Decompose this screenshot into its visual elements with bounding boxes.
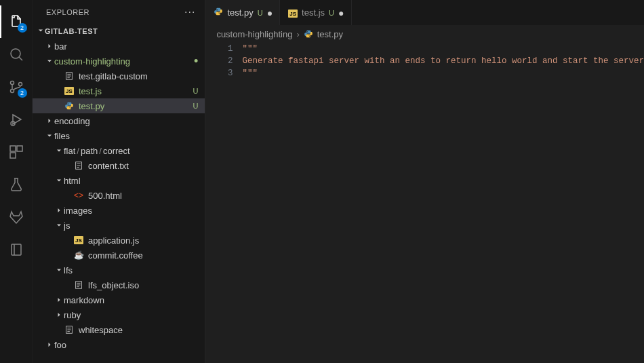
editor-tab[interactable]: test.pyU● [205, 0, 280, 25]
breadcrumb-segment[interactable]: test.py [317, 29, 343, 39]
line-number: 3 [205, 67, 233, 79]
file-icon [64, 324, 75, 335]
tree-folder[interactable]: html [33, 173, 205, 188]
tree-item-label: html [64, 176, 198, 186]
tree-item-label: whitespace [79, 325, 198, 335]
activity-extensions[interactable] [0, 136, 33, 168]
breadcrumb-segment[interactable]: custom-highlighting [216, 29, 292, 39]
chevron-right-icon [45, 117, 54, 125]
chevron-down-icon [54, 147, 64, 155]
tree-folder[interactable]: images [33, 203, 205, 218]
file-icon [73, 160, 84, 171]
tree-item-label: foo [54, 340, 198, 350]
tree-item-label: lfs_object.iso [88, 280, 198, 290]
tree-folder[interactable]: flat/path/correct [33, 143, 205, 158]
breadcrumbs[interactable]: custom-highlighting › test.py [205, 25, 644, 43]
activity-other[interactable] [0, 233, 33, 266]
code-line[interactable]: Generate fastapi server with an ends to … [242, 55, 644, 67]
tree-folder[interactable]: markdown [33, 292, 205, 307]
file-tree: barcustom-highlighting•test.gitlab-custo… [33, 39, 205, 363]
tree-item-label: commit.coffee [88, 250, 198, 261]
activity-explorer[interactable]: 2 [0, 5, 33, 38]
debug-icon [8, 111, 24, 128]
tree-folder[interactable]: custom-highlighting• [33, 54, 205, 69]
tab-label: test.py [227, 7, 253, 18]
activity-bar: 2 2 [0, 0, 33, 363]
python-icon [214, 7, 223, 18]
line-number: 2 [205, 55, 233, 67]
tree-item-label: ruby [64, 310, 198, 320]
activity-search[interactable] [0, 38, 33, 71]
chevron-down-icon [45, 57, 54, 65]
code-line[interactable]: """ [242, 43, 644, 55]
tab-dirty-icon: ● [338, 7, 344, 18]
chevron-right-icon [54, 296, 64, 304]
javascript-icon: JS [64, 85, 75, 96]
activity-testing[interactable] [0, 168, 33, 201]
tree-item-label: custom-highlighting [54, 56, 191, 66]
javascript-icon: JS [288, 7, 298, 18]
editor-tabs: test.pyU●JStest.jsU● [205, 0, 644, 25]
coffee-icon: ☕ [73, 250, 84, 261]
svg-point-3 [10, 90, 14, 93]
tree-file[interactable]: JStest.jsU [33, 83, 205, 98]
git-status-badge: U [193, 87, 198, 95]
tree-folder[interactable]: encoding [33, 113, 205, 128]
tree-item-label: files [54, 131, 198, 141]
sidebar-section-header[interactable]: GITLAB-TEST [33, 24, 205, 39]
javascript-icon: JS [73, 235, 84, 246]
svg-rect-10 [12, 244, 21, 255]
code-area[interactable]: 123 """Generate fastapi server with an e… [205, 43, 644, 363]
tree-file[interactable]: JSapplication.js [33, 233, 205, 248]
code-content[interactable]: """Generate fastapi server with an ends … [242, 43, 644, 363]
activity-gitlab[interactable] [0, 201, 33, 233]
activity-run-debug[interactable] [0, 103, 33, 136]
tree-item-label: encoding [54, 116, 198, 126]
scm-badge: 2 [18, 88, 27, 98]
tree-file[interactable]: test.pyU [33, 98, 205, 113]
tree-file[interactable]: lfs_object.iso [33, 278, 205, 292]
tree-folder[interactable]: bar [33, 39, 205, 54]
svg-rect-9 [10, 153, 16, 158]
activity-source-control[interactable]: 2 [0, 71, 33, 103]
tree-file[interactable]: <>500.html [33, 188, 205, 203]
chevron-right-icon [45, 42, 54, 50]
html-icon: <> [73, 190, 84, 201]
tree-folder[interactable]: lfs [33, 263, 205, 278]
section-label: GITLAB-TEST [45, 27, 98, 35]
tree-item-label: 500.html [88, 191, 198, 201]
tree-folder[interactable]: files [33, 128, 205, 143]
chevron-down-icon [37, 26, 45, 36]
svg-point-2 [10, 81, 14, 85]
tree-file[interactable]: test.gitlab-custom [33, 69, 205, 83]
tree-item-label: bar [54, 41, 198, 52]
tree-folder[interactable]: js [33, 218, 205, 233]
tree-item-label: markdown [64, 295, 198, 305]
book-icon [8, 242, 24, 258]
chevron-right-icon [54, 311, 64, 319]
sidebar-title: EXPLORER [46, 8, 89, 16]
python-icon [64, 100, 75, 111]
chevron-right-icon [54, 206, 64, 214]
chevron-right-icon [45, 341, 54, 349]
sidebar-more-icon[interactable]: ··· [184, 6, 195, 18]
tab-git-status: U [329, 9, 334, 17]
explorer-sidebar: EXPLORER ··· GITLAB-TEST barcustom-highl… [33, 0, 205, 363]
tree-file[interactable]: ☕commit.coffee [33, 248, 205, 263]
flask-icon [8, 176, 24, 193]
tree-folder[interactable]: ruby [33, 307, 205, 322]
tree-folder[interactable]: foo [33, 337, 205, 352]
tree-file[interactable]: whitespace [33, 322, 205, 337]
tree-item-label: test.py [79, 101, 190, 111]
svg-rect-7 [10, 146, 16, 151]
tree-item-label: application.js [88, 235, 198, 246]
search-icon [8, 46, 24, 62]
svg-rect-8 [17, 146, 22, 151]
tree-file[interactable]: content.txt [33, 158, 205, 173]
code-line[interactable]: """ [242, 67, 644, 79]
tree-item-label: test.gitlab-custom [79, 71, 198, 81]
editor-tab[interactable]: JStest.jsU● [280, 0, 351, 25]
tree-item-label: test.js [79, 86, 190, 96]
gitlab-icon [8, 209, 24, 225]
editor-area: test.pyU●JStest.jsU● custom-highlighting… [205, 0, 644, 363]
